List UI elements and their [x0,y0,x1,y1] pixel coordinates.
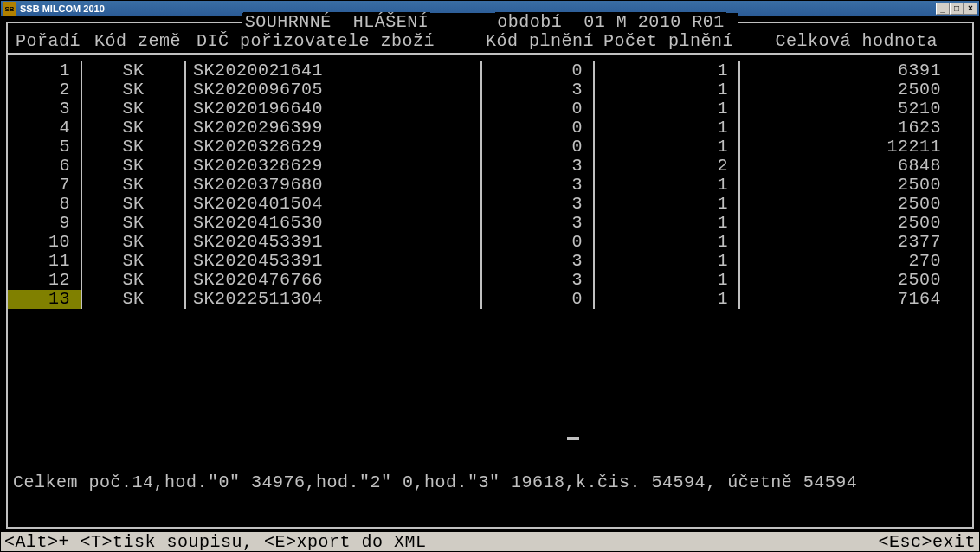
cell-zeme: SK [82,214,186,233]
cell-poradi: 9 [8,214,82,233]
cell-hodnota: 2500 [740,176,972,195]
cell-dic: SK2020416530 [186,214,482,233]
cell-pocet: 1 [595,271,740,290]
cell-hodnota: 6391 [740,61,972,80]
cell-pocet: 2 [595,157,740,176]
table-row[interactable]: 8SKSK2020401504312500 [8,195,972,214]
cell-hodnota: 2500 [740,80,972,99]
cell-pocet: 1 [595,233,740,252]
summary-line: Celkem poč.14,hod."0" 34976,hod."2" 0,ho… [8,472,972,496]
cell-kod: 3 [482,271,595,290]
cell-pocet: 1 [595,99,740,119]
cell-kod: 3 [482,195,595,214]
cell-dic: SK2020196640 [186,99,482,119]
cell-kod: 0 [482,138,595,157]
table-row[interactable]: 12SKSK2020476766312500 [8,271,972,290]
cell-zeme: SK [82,195,186,214]
table-row[interactable]: 11SKSK202045339131270 [8,252,972,271]
cell-kod: 3 [482,80,595,99]
cell-kod: 3 [482,252,595,271]
cell-poradi: 8 [8,195,82,214]
cell-hodnota: 5210 [740,99,972,119]
cell-zeme: SK [82,271,186,290]
cell-poradi: 10 [8,233,82,252]
cell-pocet: 1 [595,290,740,309]
cell-hodnota: 2377 [740,233,972,252]
cell-kod: 3 [482,157,595,176]
table-row[interactable]: 2SKSK2020096705312500 [8,80,972,99]
cell-hodnota: 12211 [740,138,972,157]
cell-zeme: SK [82,252,186,271]
cell-pocet: 1 [595,138,740,157]
cell-hodnota: 2500 [740,195,972,214]
col-dic: DIČ pořizovatele zboží [190,32,486,51]
cell-hodnota: 2500 [740,271,972,290]
cell-zeme: SK [82,80,186,99]
cell-kod: 0 [482,119,595,138]
cell-pocet: 1 [595,80,740,99]
cell-zeme: SK [82,61,186,80]
cell-zeme: SK [82,157,186,176]
cell-zeme: SK [82,119,186,138]
cell-poradi: 4 [8,119,82,138]
frame-title: SOUHRNNÉ HLÁŠENÍ období 01 M 2010 R01 [8,13,972,32]
cell-hodnota: 1623 [740,119,972,138]
col-kod: Kód plnění [486,32,598,51]
cell-poradi: 5 [8,138,82,157]
cell-pocet: 1 [595,176,740,195]
cell-dic: SK2020476766 [186,271,482,290]
cell-kod: 0 [482,99,595,119]
table-body[interactable]: 1SKSK20200216410163912SKSK20200967053125… [8,55,972,472]
cell-zeme: SK [82,233,186,252]
table-row[interactable]: 13SKSK2022511304017164 [8,290,972,309]
table-row[interactable]: 5SKSK20203286290112211 [8,138,972,157]
table-row[interactable]: 9SKSK2020416530312500 [8,214,972,233]
cell-dic: SK2020453391 [186,252,482,271]
report-frame: SOUHRNNÉ HLÁŠENÍ období 01 M 2010 R01 Po… [6,22,974,529]
cell-poradi: 11 [8,252,82,271]
table-row[interactable]: 6SKSK2020328629326848 [8,157,972,176]
cell-pocet: 1 [595,61,740,80]
cell-dic: SK2020401504 [186,195,482,214]
cell-pocet: 1 [595,214,740,233]
col-poradi: Pořadí [11,32,86,51]
cell-dic: SK2020328629 [186,157,482,176]
cell-zeme: SK [82,290,186,309]
cell-poradi: 7 [8,176,82,195]
cell-hodnota: 2500 [740,214,972,233]
cell-dic: SK2020021641 [186,61,482,80]
cell-hodnota: 270 [740,252,972,271]
cell-poradi: 3 [8,99,82,119]
cell-dic: SK2020296399 [186,119,482,138]
cell-poradi: 1 [8,61,82,80]
status-bar: <Alt>+ <T>tisk soupisu, <E>xport do XML … [1,532,979,551]
text-cursor [567,437,579,440]
status-left: <Alt>+ <T>tisk soupisu, <E>xport do XML [4,532,427,552]
cell-dic: SK2022511304 [186,290,482,309]
cell-zeme: SK [82,99,186,119]
cell-poradi: 6 [8,157,82,176]
status-right: <Esc>exit [878,532,976,552]
cell-pocet: 1 [595,195,740,214]
cell-poradi: 12 [8,271,82,290]
cell-poradi: 13 [8,290,82,309]
terminal-area: SOUHRNNÉ HLÁŠENÍ období 01 M 2010 R01 Po… [1,16,979,532]
cell-kod: 0 [482,233,595,252]
cell-kod: 3 [482,176,595,195]
table-row[interactable]: 3SKSK2020196640015210 [8,99,972,119]
cell-kod: 0 [482,290,595,309]
table-row[interactable]: 4SKSK2020296399011623 [8,119,972,138]
col-zeme: Kód země [86,32,190,51]
cell-kod: 0 [482,61,595,80]
cell-dic: SK2020453391 [186,233,482,252]
cell-kod: 3 [482,214,595,233]
table-row[interactable]: 10SKSK2020453391012377 [8,233,972,252]
cell-dic: SK2020379680 [186,176,482,195]
cell-pocet: 1 [595,252,740,271]
cell-pocet: 1 [595,119,740,138]
table-row[interactable]: 7SKSK2020379680312500 [8,176,972,195]
table-row[interactable]: 1SKSK2020021641016391 [8,61,972,80]
cell-poradi: 2 [8,80,82,99]
cell-dic: SK2020096705 [186,80,482,99]
col-pocet: Počet plnění [598,32,744,51]
